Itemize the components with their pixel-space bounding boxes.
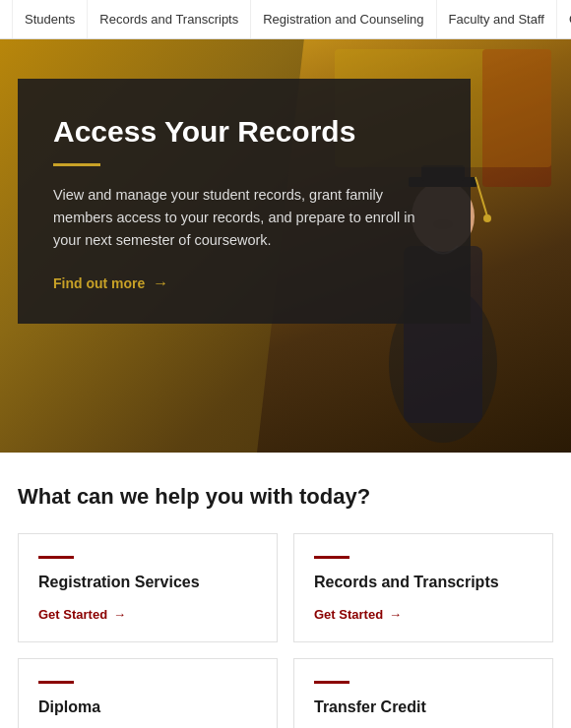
card-diploma[interactable]: Diploma — [18, 658, 278, 728]
cards-grid: Registration Services Get Started → Reco… — [18, 533, 553, 642]
hero-section: Access Your Records View and manage your… — [0, 39, 571, 453]
card-registration-link[interactable]: Get Started → — [38, 607, 257, 622]
arrow-right-icon-1: → — [113, 607, 126, 622]
find-out-more-label: Find out more — [53, 275, 145, 291]
hero-content-box: Access Your Records View and manage your… — [18, 79, 471, 324]
main-navigation: Students Records and Transcripts Registr… — [0, 0, 571, 39]
card-diploma-title: Diploma — [38, 698, 257, 718]
card-accent-bar-2 — [314, 556, 349, 559]
cards-bottom-grid: Diploma Transfer Credit — [18, 658, 553, 728]
card-accent-bar — [38, 556, 74, 559]
help-section: What can we help you with today? Registr… — [0, 453, 571, 728]
arrow-right-icon-2: → — [389, 607, 402, 622]
card-records-transcripts[interactable]: Records and Transcripts Get Started → — [293, 533, 553, 642]
svg-rect-9 — [482, 49, 551, 187]
svg-point-6 — [483, 214, 491, 222]
nav-item-faculty-staff[interactable]: Faculty and Staff — [437, 0, 557, 38]
card-records-link[interactable]: Get Started → — [314, 607, 533, 622]
hero-title: Access Your Records — [53, 114, 435, 150]
section-heading: What can we help you with today? — [18, 484, 553, 510]
arrow-right-icon: → — [153, 274, 168, 292]
get-started-label-1: Get Started — [38, 607, 107, 622]
card-registration-title: Registration Services — [38, 573, 257, 593]
get-started-label-2: Get Started — [314, 607, 383, 622]
nav-item-records-transcripts[interactable]: Records and Transcripts — [88, 0, 251, 38]
hero-description: View and manage your student records, gr… — [53, 184, 435, 253]
hero-find-out-more-link[interactable]: Find out more → — [53, 274, 435, 292]
nav-item-oasis[interactable]: OASIS — [557, 0, 571, 38]
card-registration-services[interactable]: Registration Services Get Started → — [18, 533, 278, 642]
card-records-title: Records and Transcripts — [314, 573, 533, 593]
nav-item-registration-counseling[interactable]: Registration and Counseling — [251, 0, 436, 38]
card-accent-bar-4 — [314, 681, 349, 684]
card-transfer-credit-title: Transfer Credit — [314, 698, 533, 718]
card-accent-bar-3 — [38, 681, 74, 684]
nav-item-students[interactable]: Students — [12, 0, 88, 38]
hero-divider — [53, 163, 100, 166]
card-transfer-credit[interactable]: Transfer Credit — [293, 658, 553, 728]
